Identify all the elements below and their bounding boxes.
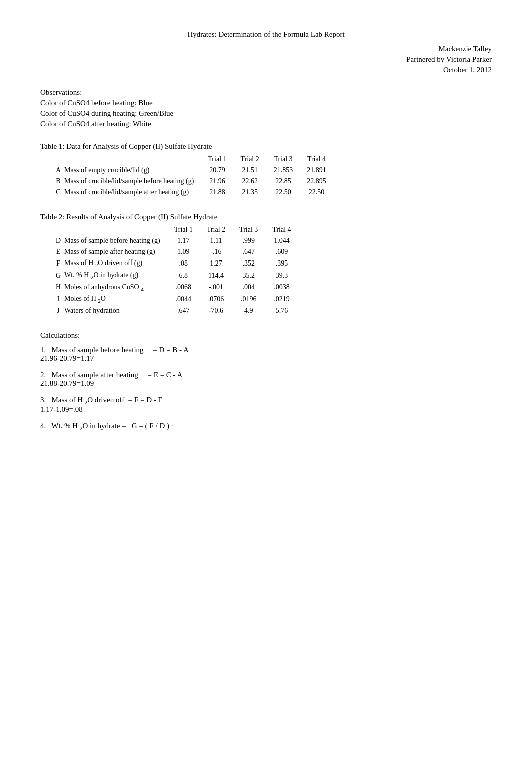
- table2-G-t1: 6.8: [167, 270, 200, 282]
- table2-label-I: Moles of H 2O: [64, 293, 167, 305]
- observation-1: Color of CuSO4 before heating: Blue: [40, 99, 492, 107]
- calc-2-text: Mass of sample after heating: [52, 371, 138, 379]
- table2-rowletter-G: G: [50, 270, 64, 282]
- table2-col-trial1: Trial 1: [167, 224, 200, 235]
- calc-2-number: 2.: [40, 371, 46, 379]
- table1-header-empty1: [50, 154, 64, 165]
- table2-F-t3: .352: [232, 257, 265, 270]
- table2-rowletter-I: I: [50, 293, 64, 305]
- calc-item-4: 4. Wt. % H 2O in hydrate = G = ( F / D )…: [40, 422, 492, 431]
- table1-label-B: Mass of crucible/lid/sample before heati…: [64, 176, 201, 187]
- table2-label-G: Wt. % H 2O in hydrate (g): [64, 270, 167, 282]
- table1-row-B: B Mass of crucible/lid/sample before hea…: [50, 176, 333, 187]
- table1-B-t1: 21.96: [201, 176, 233, 187]
- table2-F-t2: 1.27: [200, 257, 232, 270]
- table2-col-trial4: Trial 4: [265, 224, 298, 235]
- table2-row-G: G Wt. % H 2O in hydrate (g) 6.8 114.4 35…: [50, 270, 298, 282]
- table2-F-t1: .08: [167, 257, 200, 270]
- calc-3-number: 3.: [40, 396, 46, 404]
- table2-G-t3: 35.2: [232, 270, 265, 282]
- table1-header-empty2: [64, 154, 201, 165]
- table1-A-t1: 20.79: [201, 165, 233, 176]
- table2-G-t2: 114.4: [200, 270, 232, 282]
- table2-H-t1: .0068: [167, 282, 200, 294]
- calc-2-detail: 21.88-20.79=1.09: [40, 379, 94, 387]
- calculations-section: Calculations: 1. Mass of sample before h…: [40, 331, 492, 431]
- partner-name: Partnered by Victoria Parker: [40, 55, 492, 64]
- table1-C-t4: 22.50: [300, 187, 333, 198]
- table2-row-H: H Moles of anhydrous CuSO 4 .0068 -.001 …: [50, 282, 298, 294]
- calc-item-2: 2. Mass of sample after heating = E = C …: [40, 371, 492, 388]
- report-date: October 1, 2012: [40, 66, 492, 74]
- table2-label-E: Mass of sample after heating (g): [64, 246, 167, 257]
- table2-col-trial3: Trial 3: [232, 224, 265, 235]
- table2-J-t3: 4.9: [232, 305, 265, 316]
- table2-E-t3: .647: [232, 246, 265, 257]
- table2-col-trial2: Trial 2: [200, 224, 232, 235]
- calc-item-1: 1. Mass of sample before heating = D = B…: [40, 346, 492, 363]
- table2-row-J: J Waters of hydration .647 -70.6 4.9 5.7…: [50, 305, 298, 316]
- observation-3: Color of CuSO4 after heating: White: [40, 120, 492, 128]
- table1-rowletter-B: B: [50, 176, 64, 187]
- table2-H-t3: .004: [232, 282, 265, 294]
- table1-A-t3: 21.853: [267, 165, 300, 176]
- table1-C-t3: 22.50: [267, 187, 300, 198]
- table2-J-t1: .647: [167, 305, 200, 316]
- table2-rowletter-J: J: [50, 305, 64, 316]
- table2-J-t2: -70.6: [200, 305, 232, 316]
- table2-row-D: D Mass of sample before heating (g) 1.17…: [50, 235, 298, 246]
- table2-label-H: Moles of anhydrous CuSO 4: [64, 282, 167, 294]
- table1-col-trial1: Trial 1: [201, 154, 233, 165]
- table2-J-t4: 5.76: [265, 305, 298, 316]
- table2-rowletter-D: D: [50, 235, 64, 246]
- table1-col-trial4: Trial 4: [300, 154, 333, 165]
- table1-label-A: Mass of empty crucible/lid (g): [64, 165, 201, 176]
- table2-E-t4: .609: [265, 246, 298, 257]
- table1-row-C: C Mass of crucible/lid/sample after heat…: [50, 187, 333, 198]
- table2-header-row: Trial 1 Trial 2 Trial 3 Trial 4: [50, 224, 298, 235]
- table2-H-t2: -.001: [200, 282, 232, 294]
- table2-F-t4: .395: [265, 257, 298, 270]
- table2-rowletter-F: F: [50, 257, 64, 270]
- author-name: Mackenzie Talley: [40, 45, 492, 53]
- table2: Trial 1 Trial 2 Trial 3 Trial 4 D Mass o…: [50, 224, 298, 316]
- table1-C-t1: 21.88: [201, 187, 233, 198]
- table2-I-t1: .0044: [167, 293, 200, 305]
- calc-2-formula: = E = C - A: [148, 371, 183, 379]
- calc-1-formula: = D = B - A: [153, 346, 189, 354]
- calculations-label: Calculations:: [40, 331, 492, 340]
- table2-I-t3: .0196: [232, 293, 265, 305]
- observation-2: Color of CuSO4 during heating: Green/Blu…: [40, 109, 492, 118]
- table2-rowletter-H: H: [50, 282, 64, 294]
- table2-title: Table 2: Results of Analysis of Copper (…: [40, 213, 492, 221]
- table1-A-t2: 21.51: [234, 165, 267, 176]
- table2-I-t2: .0706: [200, 293, 232, 305]
- table2-row-E: E Mass of sample after heating (g) 1.09 …: [50, 246, 298, 257]
- table1-B-t4: 22.895: [300, 176, 333, 187]
- observations-section: Observations: Color of CuSO4 before heat…: [40, 88, 492, 128]
- table1-label-C: Mass of crucible/lid/sample after heatin…: [64, 187, 201, 198]
- table2-D-t3: .999: [232, 235, 265, 246]
- table2-H-t4: .0038: [265, 282, 298, 294]
- page-title: Hydrates: Determination of the Formula L…: [40, 30, 492, 39]
- table2-label-F: Mass of H 2O driven off (g): [64, 257, 167, 270]
- table2-I-t4: .0219: [265, 293, 298, 305]
- table2-E-t2: -.16: [200, 246, 232, 257]
- table2-header-empty1: [50, 224, 64, 235]
- table2-D-t2: 1.11: [200, 235, 232, 246]
- table1-title: Table 1: Data for Analysis of Copper (II…: [40, 142, 492, 151]
- table2-row-F: F Mass of H 2O driven off (g) .08 1.27 .…: [50, 257, 298, 270]
- table1-rowletter-A: A: [50, 165, 64, 176]
- table2-label-D: Mass of sample before heating (g): [64, 235, 167, 246]
- table1-rowletter-C: C: [50, 187, 64, 198]
- calc-4-number: 4.: [40, 422, 46, 430]
- table1-row-A: A Mass of empty crucible/lid (g) 20.79 2…: [50, 165, 333, 176]
- table2-label-J: Waters of hydration: [64, 305, 167, 316]
- table2-row-I: I Moles of H 2O .0044 .0706 .0196 .0219: [50, 293, 298, 305]
- table2-G-t4: 39.3: [265, 270, 298, 282]
- table1-B-t3: 22.85: [267, 176, 300, 187]
- observations-label: Observations:: [40, 88, 492, 97]
- table1-A-t4: 21.891: [300, 165, 333, 176]
- calc-1-text: Mass of sample before heating: [52, 346, 144, 354]
- calc-1-number: 1.: [40, 346, 46, 354]
